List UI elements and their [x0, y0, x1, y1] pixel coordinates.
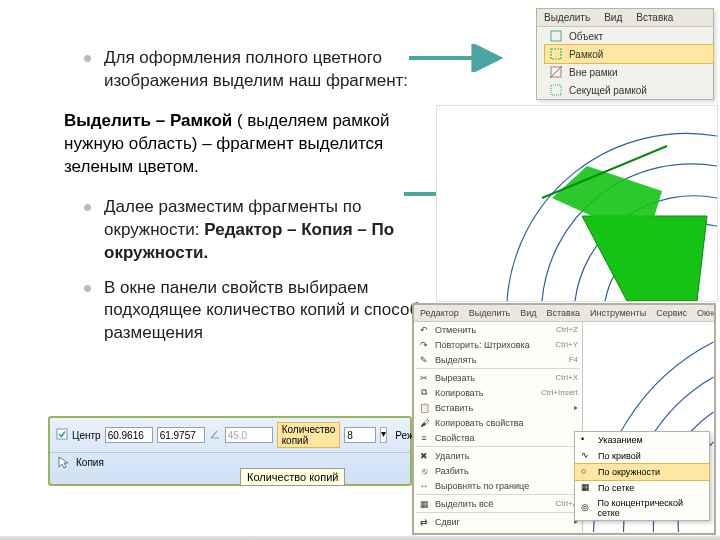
submenu-by-grid[interactable]: ▦По сетке	[575, 480, 709, 496]
submenu-by-curve[interactable]: ∿По кривой	[575, 448, 709, 464]
cursor-icon	[56, 455, 70, 469]
bullet-1: Для оформления полного цветного изображе…	[90, 47, 430, 93]
submenu-label: По сетке	[598, 483, 634, 493]
submenu-by-circle[interactable]: ○По окружности	[575, 464, 709, 480]
object-icon	[549, 29, 563, 43]
menu-highlight[interactable]: ✎ВыделятьF4	[414, 352, 582, 367]
menu-insert[interactable]: Вставка	[633, 11, 676, 24]
menu-undo[interactable]: ↶ОтменитьCtrl+Z	[414, 322, 582, 337]
editor-menu-window[interactable]: Окно	[695, 307, 716, 319]
submenu-label: По окружности	[598, 467, 660, 477]
menu-copy[interactable]: ⧉КопироватьCtrl+Insert	[414, 385, 582, 400]
menu-view[interactable]: Вид	[601, 11, 625, 24]
select-menu-panel: Выделить Вид Вставка Объект Рамкой	[536, 8, 714, 100]
angle-icon	[209, 428, 221, 442]
angle-field	[225, 427, 273, 443]
checkbox-icon[interactable]	[56, 428, 68, 442]
bullet-list-2: Далее разместим фрагменты по окружности:…	[50, 196, 430, 346]
paste-icon: 📋	[418, 402, 430, 414]
menu-paste[interactable]: 📋Вставить▸	[414, 400, 582, 415]
menu-delete[interactable]: ✖Удалить▸	[414, 448, 582, 463]
rotate-icon: ⟳	[418, 531, 430, 536]
select-all-icon: ▦	[418, 498, 430, 510]
redo-icon: ↷	[418, 339, 430, 351]
menu-select-all[interactable]: ▦Выделить всёCtrl+A	[414, 496, 582, 511]
bullet-3: Далее разместим фрагменты по окружности:…	[90, 196, 430, 265]
tab-copy-label[interactable]: Копия	[76, 457, 104, 468]
select-menu-items: Объект Рамкой Вне рамки Секущей рамкой	[537, 27, 713, 99]
undo-icon: ↶	[418, 324, 430, 336]
menu-props[interactable]: ≡Свойства	[414, 430, 582, 445]
shift-icon: ⇄	[418, 516, 430, 528]
menu-break[interactable]: ⎋Разбить▸	[414, 463, 582, 478]
menu-item-crossing-frame[interactable]: Секущей рамкой	[545, 81, 713, 99]
menu-item-object[interactable]: Объект	[545, 27, 713, 45]
menu-cut[interactable]: ✂ВырезатьCtrl+X	[414, 370, 582, 385]
center-y-field[interactable]	[157, 427, 205, 443]
menu-copy-props[interactable]: 🖌Копировать свойства	[414, 415, 582, 430]
grid-icon: ▦	[581, 482, 593, 494]
menu-shortcut: Ctrl+Insert	[541, 388, 578, 397]
align-icon: ↔	[418, 480, 430, 492]
copies-tooltip: Количество копий	[240, 468, 345, 486]
menu-label: Удалить	[435, 451, 469, 461]
svg-rect-4	[551, 85, 561, 95]
svg-rect-7	[57, 429, 67, 439]
highlight-icon: ✎	[418, 354, 430, 366]
submenu-by-concentric[interactable]: ◎По концентрической сетке	[575, 496, 709, 520]
editor-menu-insert[interactable]: Вставка	[545, 307, 582, 319]
submenu-label: Указанием	[598, 435, 643, 445]
circle-icon: ○	[581, 466, 593, 478]
slide-body: Для оформления полного цветного изображе…	[0, 0, 720, 540]
menu-item-label: Объект	[569, 31, 603, 42]
select-menu-bar: Выделить Вид Вставка	[537, 9, 713, 27]
copies-field[interactable]	[344, 427, 376, 443]
editor-dropdown: ↶ОтменитьCtrl+Z ↷Повторить: ШтриховкаCtr…	[414, 322, 583, 532]
concentric-icon: ◎	[581, 502, 592, 514]
svg-rect-1	[551, 49, 561, 59]
break-icon: ⎋	[418, 465, 430, 477]
menu-label: Выровнять по границе	[435, 481, 529, 491]
menu-align[interactable]: ↔Выровнять по границе	[414, 478, 582, 493]
submenu-arrow-icon: ▸	[574, 403, 578, 412]
delete-icon: ✖	[418, 450, 430, 462]
point-icon: •	[581, 434, 593, 446]
editor-menu-select[interactable]: Выделить	[467, 307, 513, 319]
menu-shift[interactable]: ⇄Сдвиг▸	[414, 514, 582, 529]
menu-rotate[interactable]: ⟳Поворот	[414, 529, 582, 535]
curve-icon: ∿	[581, 450, 593, 462]
copy-submenu: •Указанием ∿По кривой ○По окружности ▦По…	[574, 431, 710, 521]
menu-label: Сдвиг	[435, 517, 460, 527]
menu-select[interactable]: Выделить	[541, 11, 593, 24]
slide-footer	[0, 536, 720, 540]
properties-toolbar-row1: Центр Количество копий ▾ Режим	[50, 418, 410, 452]
menu-label: Разбить	[435, 466, 469, 476]
menu-shortcut: F4	[569, 355, 578, 364]
menu-label: Выделять	[435, 355, 476, 365]
menu-shortcut: Ctrl+X	[556, 373, 578, 382]
menu-item-label: Рамкой	[569, 49, 603, 60]
menu-label: Поворот	[435, 532, 470, 536]
cut-icon: ✂	[418, 372, 430, 384]
copy-props-icon: 🖌	[418, 417, 430, 429]
editor-menu-tools[interactable]: Инструменты	[588, 307, 648, 319]
editor-panel: Редактор Выделить Вид Вставка Инструмент…	[412, 303, 716, 535]
submenu-label: По кривой	[598, 451, 641, 461]
copies-stepper[interactable]: ▾	[380, 427, 387, 443]
submenu-by-point[interactable]: •Указанием	[575, 432, 709, 448]
properties-toolbar: Центр Количество копий ▾ Режим Копия Кол…	[48, 416, 412, 486]
editor-menubar: Редактор Выделить Вид Вставка Инструмент…	[414, 305, 714, 322]
menu-label: Выделить всё	[435, 499, 493, 509]
menu-shortcut: Ctrl+Z	[556, 325, 578, 334]
editor-menu-service[interactable]: Сервис	[654, 307, 689, 319]
menu-item-frame[interactable]: Рамкой	[545, 45, 713, 63]
menu-label: Вырезать	[435, 373, 475, 383]
menu-redo[interactable]: ↷Повторить: ШтриховкаCtrl+Y	[414, 337, 582, 352]
editor-menu-editor[interactable]: Редактор	[418, 307, 461, 319]
menu-item-label: Секущей рамкой	[569, 85, 647, 96]
copies-label: Количество копий	[277, 422, 341, 448]
properties-toolbar-row2: Копия	[50, 452, 410, 471]
menu-item-outside-frame[interactable]: Вне рамки	[545, 63, 713, 81]
center-x-field[interactable]	[105, 427, 153, 443]
editor-menu-view[interactable]: Вид	[518, 307, 538, 319]
